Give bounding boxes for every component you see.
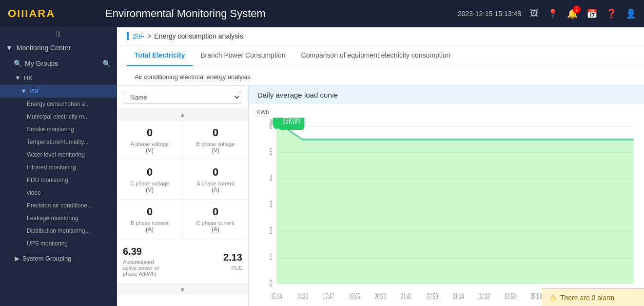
content-area: 20F > Energy consumption analysis Total … — [117, 27, 644, 306]
alarm-text: There are 0 alarm — [560, 294, 614, 302]
svg-text:22:59: 22:59 — [427, 292, 438, 301]
sidebar-item-leakage[interactable]: Leakage monitoring — [0, 212, 117, 224]
app-title: Environmental Monitoring System — [96, 7, 458, 20]
svg-text:19:05: 19:05 — [349, 292, 360, 301]
main-layout: ||| ▼ Monitoring Center 🔍 My Groups 🔍 ▼ … — [0, 27, 644, 306]
svg-text:16:30: 16:30 — [297, 292, 308, 301]
sidebar-item-vidoe[interactable]: vidoe — [0, 186, 117, 199]
sidebar-item-distribution[interactable]: Distribution monitoring... — [0, 224, 117, 237]
sidebar-item-municipal[interactable]: Municipal electricity m... — [0, 110, 117, 123]
sidebar-item-my-groups[interactable]: 🔍 My Groups 🔍 — [0, 56, 117, 71]
sidebar-item-20f[interactable]: ▼ 20F — [0, 84, 117, 98]
pue-value: 2.13 — [223, 252, 242, 263]
sidebar-item-precision-ac[interactable]: Precision air conditione... — [0, 199, 117, 212]
c-phase-voltage-label: C phase voltage — [121, 181, 178, 186]
chart-y-label: KWh — [256, 109, 636, 116]
svg-text:15:14: 15:14 — [271, 292, 282, 301]
chart-area: KWh 0 1 — [249, 104, 644, 306]
image-icon[interactable]: 🖼 — [530, 8, 539, 19]
alert-icon[interactable]: 🔔 1 — [567, 8, 578, 19]
scroll-up-button[interactable]: ▲ — [117, 109, 248, 121]
a-phase-current-label: A phase current — [187, 181, 244, 186]
chart-svg-wrapper: 0 1 2 3 4 5 6 7 — [256, 118, 636, 301]
header-time: 2023-12-15 15:13:48 — [458, 10, 521, 18]
svg-text:03:50: 03:50 — [505, 292, 516, 301]
20f-expand-icon: ▼ — [20, 87, 27, 95]
svg-text:4: 4 — [270, 172, 273, 183]
svg-text:39KWh: 39KWh — [282, 118, 300, 125]
accumulated-power-label: Accumulatedactive power ofphase A(kWh) — [123, 259, 223, 277]
sidebar-toggle[interactable]: ||| — [0, 27, 117, 40]
sidebar-item-hk[interactable]: ▼ HK — [0, 71, 117, 84]
tab-ac-energy[interactable]: Air conditioning electrical energy analy… — [127, 69, 634, 85]
c-phase-current-label: C phase current — [187, 220, 244, 226]
my-groups-icon: 🔍 — [14, 60, 22, 67]
sidebar: ||| ▼ Monitoring Center 🔍 My Groups 🔍 ▼ … — [0, 27, 117, 306]
pdu-label: PDU monitoring — [27, 177, 68, 184]
metric-c-phase-current: 0 C phase current (A) — [183, 200, 248, 239]
svg-text:20:23: 20:23 — [375, 292, 386, 301]
metric-row-1: 0 A phase voltage (V) 0 B phase voltage … — [117, 121, 248, 160]
question-icon[interactable]: ❓ — [606, 8, 617, 19]
a-phase-current-unit: (A) — [187, 186, 244, 193]
svg-text:17:47: 17:47 — [323, 292, 334, 301]
sidebar-item-water[interactable]: Water level monitoring — [0, 148, 117, 161]
breadcrumb-current: Energy consumption analysis — [154, 32, 243, 40]
c-phase-voltage-unit: (V) — [121, 186, 178, 193]
tabs-row2: Air conditioning electrical energy analy… — [117, 66, 644, 86]
svg-text:1: 1 — [270, 251, 273, 262]
sidebar-item-infrared[interactable]: Infrared monitoring — [0, 161, 117, 174]
sidebar-item-temp[interactable]: Temperature/Humidity... — [0, 136, 117, 148]
b-phase-current-label: B phase current — [121, 220, 178, 226]
chart-panel: Daily average load curve KWh — [249, 86, 644, 306]
calendar-icon[interactable]: 📅 — [586, 8, 597, 19]
metric-row-3: 0 B phase current (A) 0 C phase current … — [117, 200, 248, 239]
sidebar-item-monitoring-center[interactable]: ▼ Monitoring Center — [0, 40, 117, 56]
chart-svg: 0 1 2 3 4 5 6 7 — [256, 118, 636, 301]
tab-total-electricity[interactable]: Total Electricity — [127, 45, 193, 66]
system-grouping-expand-icon: ▶ — [15, 255, 20, 262]
sidebar-item-pdu[interactable]: PDU monitoring — [0, 174, 117, 186]
search-icon[interactable]: 🔍 — [102, 60, 111, 67]
metric-a-phase-current: 0 A phase current (A) — [183, 160, 248, 199]
location-icon[interactable]: 📍 — [547, 8, 558, 19]
alarm-warn-icon: ⚠ — [549, 293, 556, 302]
smoke-label: Smoke monitoring — [27, 126, 74, 133]
svg-text:21:41: 21:41 — [401, 292, 412, 301]
system-grouping-label: System Grouping — [22, 255, 71, 262]
ups-label: UPS monitoring — [27, 240, 68, 247]
svg-text:7: 7 — [270, 118, 273, 128]
distribution-label: Distribution monitoring... — [27, 227, 90, 234]
b-phase-voltage-unit: (V) — [187, 147, 244, 154]
b-phase-voltage-label: B phase voltage — [187, 141, 244, 147]
sidebar-item-smoke[interactable]: Smoke monitoring — [0, 123, 117, 136]
vidoe-label: vidoe — [27, 189, 41, 196]
a-phase-current-value: 0 — [187, 166, 244, 179]
b-phase-current-unit: (A) — [121, 226, 178, 233]
sidebar-item-energy[interactable]: Energy consumption a... — [0, 98, 117, 110]
svg-marker-15 — [276, 122, 634, 284]
sidebar-item-ups[interactable]: UPS monitoring — [0, 237, 117, 250]
tab-comparison[interactable]: Comparison of equipment electricity cons… — [293, 45, 458, 66]
chart-title: Daily average load curve — [249, 86, 644, 104]
app-header: OIIIARA Environmental Monitoring System … — [0, 0, 644, 27]
sidebar-item-system-grouping[interactable]: ▶ System Grouping — [0, 252, 117, 265]
alarm-bar: ⚠ There are 0 alarm — [542, 288, 644, 306]
metric-a-phase-voltage: 0 A phase voltage (V) — [117, 121, 183, 160]
water-label: Water level monitoring — [27, 151, 85, 158]
metric-b-phase-voltage: 0 B phase voltage (V) — [183, 121, 248, 160]
user-icon[interactable]: 👤 — [625, 8, 636, 19]
b-phase-current-value: 0 — [121, 205, 178, 218]
energy-label: Energy consumption a... — [27, 101, 90, 107]
sidebar-monitoring-section: ▼ Monitoring Center 🔍 My Groups 🔍 ▼ HK ▼… — [0, 40, 117, 250]
metric-row-2: 0 C phase voltage (V) 0 A phase current … — [117, 160, 248, 200]
app-logo: OIIIARA — [8, 7, 96, 20]
svg-text:01:14: 01:14 — [453, 292, 464, 301]
tab-branch-power[interactable]: Branch Power Consumption — [193, 45, 293, 66]
svg-text:05:08: 05:08 — [530, 292, 542, 301]
scroll-down-button[interactable]: ▼ — [117, 284, 248, 295]
temp-label: Temperature/Humidity... — [27, 139, 89, 145]
hk-label: HK — [24, 74, 33, 82]
name-select[interactable]: Name — [124, 91, 241, 104]
metrics-header: Name — [117, 86, 248, 109]
